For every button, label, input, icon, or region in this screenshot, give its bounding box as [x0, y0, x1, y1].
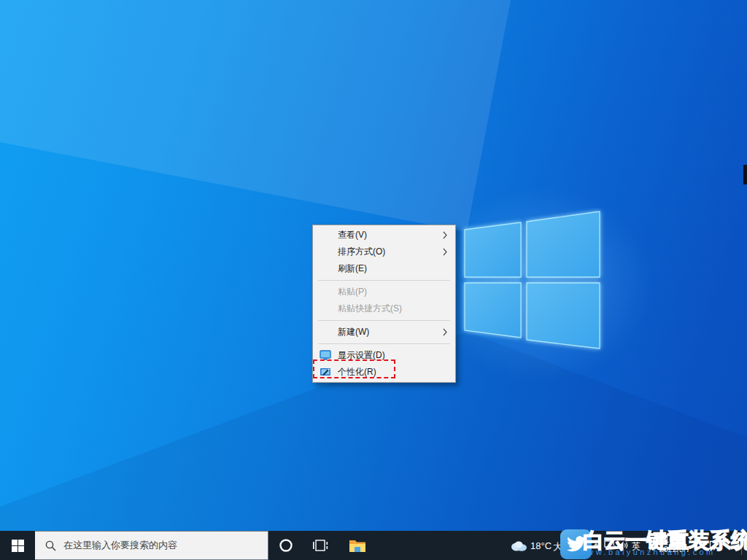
menu-item-refresh[interactable]: 刷新(E) [313, 260, 455, 277]
menu-item-label: 排序方式(O) [338, 246, 385, 258]
submenu-chevron-icon [443, 231, 447, 239]
task-view-icon [313, 539, 329, 552]
weather-temperature[interactable]: 18°C [530, 540, 551, 551]
menu-item-label: 粘贴快捷方式(S) [338, 303, 402, 315]
submenu-chevron-icon [443, 248, 447, 256]
menu-item-new[interactable]: 新建(W) [313, 324, 455, 341]
file-explorer-button[interactable] [341, 531, 374, 560]
search-placeholder: 在这里输入你要搜索的内容 [63, 539, 177, 552]
volume-icon[interactable] [618, 540, 629, 551]
weather-cloud-icon [509, 540, 528, 551]
network-icon[interactable] [604, 540, 616, 551]
search-icon [45, 540, 56, 551]
action-center-icon[interactable] [709, 540, 721, 551]
menu-separator [313, 341, 455, 347]
desktop: 查看(V) 排序方式(O) 刷新(E) 粘贴(P) 粘贴快捷方式(S) 新建(W… [0, 0, 747, 560]
taskbar-clock[interactable]: 16:05 2022/3/7 [654, 535, 695, 554]
highlight-box-personalize [313, 359, 395, 378]
menu-item-view[interactable]: 查看(V) [313, 227, 455, 244]
menu-item-sort-by[interactable]: 排序方式(O) [313, 244, 455, 260]
screen-edge-artifact [743, 165, 747, 184]
clock-date: 2022/3/7 [654, 545, 695, 554]
cortana-button[interactable] [270, 531, 302, 560]
taskbar: 在这里输入你要搜索的内容 [0, 531, 747, 560]
menu-item-paste-shortcut: 粘贴快捷方式(S) [313, 300, 455, 317]
windows-logo [460, 208, 605, 354]
submenu-chevron-icon [443, 328, 447, 336]
menu-item-label: 新建(W) [338, 326, 369, 338]
weather-condition[interactable]: 大 [553, 540, 562, 553]
menu-separator [313, 277, 455, 284]
menu-item-label: 刷新(E) [338, 262, 367, 275]
hidden-icons-chevron-icon[interactable] [592, 542, 600, 548]
file-explorer-icon [349, 538, 366, 553]
start-button[interactable] [0, 531, 35, 560]
menu-item-label: 查看(V) [338, 229, 367, 241]
clock-time: 16:05 [654, 535, 695, 545]
taskbar-search-input[interactable]: 在这里输入你要搜索的内容 [35, 531, 268, 560]
windows-start-icon [12, 540, 24, 552]
language-indicator[interactable]: 英 [632, 540, 640, 553]
task-view-button[interactable] [305, 531, 337, 560]
cortana-icon [279, 538, 293, 553]
menu-item-label: 粘贴(P) [338, 286, 367, 298]
menu-item-paste: 粘贴(P) [313, 284, 455, 300]
menu-separator [313, 317, 455, 324]
show-desktop-button[interactable] [742, 531, 747, 560]
